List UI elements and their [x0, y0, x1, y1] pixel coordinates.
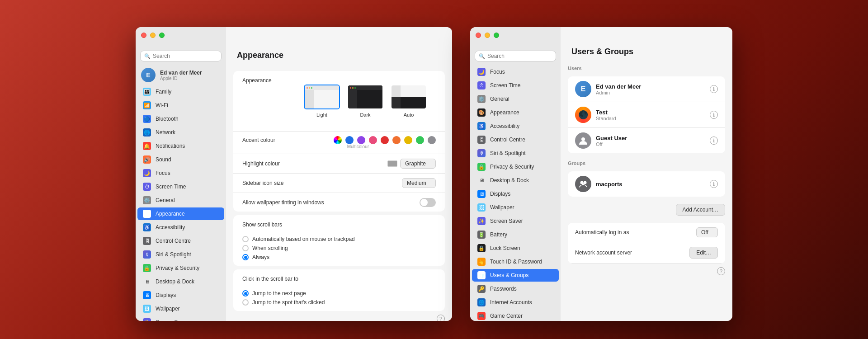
- accent-blue[interactable]: [345, 136, 354, 144]
- click-jumpspot-radio[interactable]: [242, 299, 249, 306]
- sidebar2-item-gamecenter[interactable]: 🎮 Game Center: [472, 310, 559, 321]
- help-button-2[interactable]: ?: [717, 267, 725, 275]
- sidebar-item-network[interactable]: 🌐 Network: [137, 126, 224, 139]
- accent-graphite[interactable]: [428, 136, 436, 144]
- sidebar2-item-wallpaper[interactable]: 🖼 Wallpaper: [472, 201, 559, 214]
- accent-purple[interactable]: [357, 136, 365, 144]
- search-input-1[interactable]: [153, 53, 217, 59]
- sidebar2-item-controlcenter[interactable]: 🎛 Control Centre: [472, 133, 559, 146]
- sidebar2-item-screentime[interactable]: ⏱ Screen Time: [472, 79, 559, 92]
- scroll-scrolling-label: When scrolling: [252, 245, 288, 251]
- auto-login-panel: Automatically log in as Off Network acco…: [568, 223, 725, 264]
- scroll-option-scrolling[interactable]: When scrolling: [242, 245, 436, 251]
- sidebar-item-privacy[interactable]: 🔒 Privacy & Security: [137, 262, 224, 274]
- wallpaper2-icon: 🖼: [477, 203, 486, 212]
- minimize-button-1[interactable]: [150, 33, 156, 38]
- close-button-1[interactable]: [141, 33, 146, 38]
- sidebar2-label-privacy: Privacy & Security: [490, 164, 534, 170]
- accent-pink[interactable]: [369, 136, 377, 144]
- mode-auto[interactable]: Auto: [391, 85, 427, 118]
- avatar-ed: E: [575, 81, 591, 97]
- accent-multicolour[interactable]: [334, 136, 342, 144]
- scroll-option-auto[interactable]: Automatically based on mouse or trackpad: [242, 236, 436, 242]
- wallpaper-tinting-row: Allow wallpaper tinting in windows: [233, 193, 445, 212]
- sidebar-item-desktopanddock[interactable]: 🖥 Desktop & Dock: [137, 275, 224, 288]
- multicolour-dot[interactable]: [334, 136, 342, 144]
- scroll-auto-radio[interactable]: [242, 236, 249, 242]
- help-button-1[interactable]: ?: [437, 315, 445, 321]
- click-jumppage-radio[interactable]: [242, 290, 249, 297]
- network-edit-button[interactable]: Edit…: [689, 247, 718, 259]
- sidebar2-item-internetaccounts[interactable]: 🌐 Internet Accounts: [472, 296, 559, 309]
- accent-yellow[interactable]: [404, 136, 412, 144]
- mode-light[interactable]: Light: [304, 85, 340, 118]
- sidebar2-item-touchid[interactable]: 👆 Touch ID & Password: [472, 255, 559, 268]
- maximize-button-2[interactable]: [494, 33, 499, 38]
- scroll-always-radio[interactable]: [242, 254, 249, 260]
- search-bar-2[interactable]: 🔍: [475, 51, 556, 61]
- sidebar2-item-screensaver[interactable]: ✨ Screen Saver: [472, 215, 559, 227]
- sidebar2-label-displays: Displays: [490, 191, 510, 197]
- scroll-scrolling-radio[interactable]: [242, 245, 249, 251]
- user-guest-info-btn[interactable]: ℹ: [710, 137, 718, 145]
- user-profile-item[interactable]: E Ed van der Meer Apple ID: [136, 65, 226, 85]
- sidebar-item-general[interactable]: ⚙️ General: [137, 194, 224, 207]
- sidebar2-item-usersgroups[interactable]: 👥 Users & Groups: [472, 269, 559, 282]
- accent-orange[interactable]: [392, 136, 401, 144]
- sidebar-item-wallpaper[interactable]: 🖼 Wallpaper: [137, 302, 224, 315]
- sidebar2-item-desktopanddock[interactable]: 🖥 Desktop & Dock: [472, 174, 559, 187]
- user-test-info-btn[interactable]: ℹ: [710, 111, 718, 119]
- sidebar2-item-privacy[interactable]: 🔒 Privacy & Security: [472, 160, 559, 173]
- sidebar2-item-appearance[interactable]: 🎨 Appearance: [472, 106, 559, 119]
- sidebar2-item-passwords[interactable]: 🔑 Passwords: [472, 282, 559, 295]
- accent-colour-row: Accent colour: [233, 131, 445, 154]
- click-scroll-panel: Click in the scroll bar to Jump to the n…: [233, 269, 445, 311]
- sidebar2-item-displays[interactable]: 🖥 Displays: [472, 188, 559, 200]
- mode-dark[interactable]: Dark: [347, 85, 383, 118]
- sidebar-item-focus[interactable]: 🌙 Focus: [137, 167, 224, 179]
- sidebar2-label-touchid: Touch ID & Password: [490, 259, 542, 265]
- search-bar-1[interactable]: 🔍: [140, 51, 222, 61]
- sidebar2-item-accessibility[interactable]: ♿ Accessibility: [472, 120, 559, 132]
- user-row-ed: E Ed van der Meer Admin ℹ: [568, 76, 725, 102]
- sidebar2-item-siri[interactable]: 🎙 Siri & Spotlight: [472, 147, 559, 160]
- sidebar-item-sound[interactable]: 🔊 Sound: [137, 153, 224, 166]
- click-option-jumpspot[interactable]: Jump to the spot that's clicked: [242, 299, 436, 306]
- search-input-2[interactable]: [487, 53, 552, 59]
- minimize-button-2[interactable]: [485, 33, 490, 38]
- scroll-auto-label: Automatically based on mouse or trackpad: [252, 236, 355, 242]
- sidebar2-item-lockscreen[interactable]: 🔒 Lock Screen: [472, 242, 559, 254]
- accent-green[interactable]: [416, 136, 424, 144]
- sidebar-item-wifi[interactable]: 📶 Wi-Fi: [137, 99, 224, 112]
- sidebar-icon-size-dropdown[interactable]: Medium: [402, 178, 436, 188]
- wallpaper-tinting-toggle[interactable]: [420, 198, 436, 207]
- bluetooth-icon: 🔵: [143, 115, 151, 123]
- sidebar-item-appearance[interactable]: 🎨 Appearance: [137, 207, 224, 220]
- sidebar-item-bluetooth[interactable]: 🔵 Bluetooth: [137, 113, 224, 125]
- sidebar-item-screentime[interactable]: ⏱ Screen Time: [137, 180, 224, 193]
- sidebar-item-family[interactable]: 👨‍👩‍👧 Family: [137, 85, 224, 98]
- highlight-colour-dropdown[interactable]: Graphite: [400, 159, 436, 169]
- user-ed-info-btn[interactable]: ℹ: [710, 85, 718, 93]
- sidebar-item-siri[interactable]: 🎙 Siri & Spotlight: [137, 248, 224, 261]
- scroll-option-always[interactable]: Always: [242, 254, 436, 260]
- accent-red[interactable]: [381, 136, 389, 144]
- auto-login-dropdown[interactable]: Off: [696, 227, 718, 237]
- maximize-button-1[interactable]: [159, 33, 165, 38]
- group-macports-info-btn[interactable]: ℹ: [710, 180, 718, 188]
- appearance-options-panel: Appearance Light: [233, 71, 445, 212]
- user-guest-left: Guest User Off: [575, 132, 627, 149]
- sidebar2-item-general[interactable]: ⚙️ General: [472, 93, 559, 105]
- sidebar-item-notifications[interactable]: 🔔 Notifications: [137, 140, 224, 152]
- sidebar-item-accessibility[interactable]: ♿ Accessibility: [137, 221, 224, 234]
- page-title-1: Appearance: [226, 45, 452, 67]
- sidebar2-item-focus[interactable]: 🌙 Focus: [472, 66, 559, 78]
- click-option-jumppage[interactable]: Jump to the next page: [242, 290, 436, 297]
- sidebar2-item-battery[interactable]: 🔋 Battery: [472, 228, 559, 241]
- close-button-2[interactable]: [476, 33, 481, 38]
- click-scroll-label-row: Click in the scroll bar to: [233, 269, 445, 288]
- add-account-button[interactable]: Add Account…: [676, 204, 725, 216]
- sidebar-item-displays[interactable]: 🖥 Displays: [137, 289, 224, 301]
- sidebar-item-controlcenter[interactable]: 🎛 Control Centre: [137, 235, 224, 247]
- sidebar-item-screensaver[interactable]: ✨ Screen Saver: [137, 316, 224, 321]
